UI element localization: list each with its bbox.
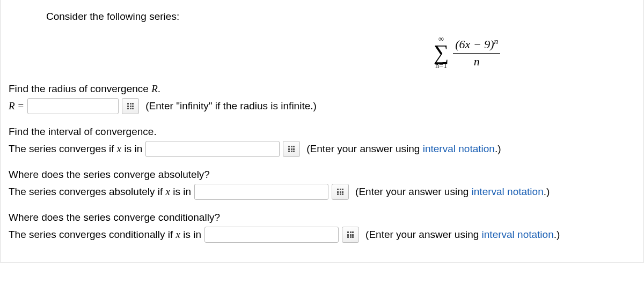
sigma-lower: n=1 — [435, 62, 447, 70]
q4-hint: (Enter your answer using interval notati… — [365, 229, 560, 241]
q3-label: The series converges absolutely if x is … — [9, 186, 191, 198]
keypad-button[interactable] — [283, 141, 300, 157]
q1-prompt: Find the radius of convergence R. — [9, 83, 160, 95]
fraction-denominator: n — [474, 54, 480, 69]
keypad-icon — [127, 103, 134, 109]
interval-input[interactable] — [145, 141, 280, 157]
q4-prompt: Where does the series converge condition… — [9, 212, 220, 223]
q1-hint: (Enter "infinity" if the radius is infin… — [145, 100, 317, 112]
question-conditional: Where does the series converge condition… — [9, 212, 635, 243]
q2-prompt: Find the interval of convergence. — [9, 126, 157, 138]
keypad-button[interactable] — [332, 184, 349, 200]
keypad-icon — [347, 231, 354, 238]
q3-hint: (Enter your answer using interval notati… — [355, 186, 550, 198]
interval-notation-link[interactable]: interval notation — [423, 143, 495, 154]
question-container: Consider the following series: ∞ ∑ n=1 (… — [0, 0, 644, 263]
q2-label: The series converges if x is in — [9, 143, 142, 155]
radius-input[interactable] — [27, 98, 119, 114]
keypad-icon — [337, 189, 343, 195]
intro-text: Consider the following series: — [46, 11, 635, 23]
series-formula: ∞ ∑ n=1 (6x − 9)n n — [298, 31, 635, 70]
interval-notation-link[interactable]: interval notation — [482, 229, 554, 240]
question-interval: Find the interval of convergence. The se… — [9, 126, 635, 157]
interval-notation-link[interactable]: interval notation — [472, 186, 544, 197]
fraction-numerator: (6x − 9)n — [453, 36, 500, 54]
question-absolute: Where does the series converge absolutel… — [9, 169, 635, 200]
q2-hint: (Enter your answer using interval notati… — [306, 143, 501, 155]
absolute-input[interactable] — [194, 184, 328, 200]
q1-lhs: R = — [9, 100, 24, 112]
q3-prompt: Where does the series converge absolutel… — [9, 169, 210, 181]
keypad-button[interactable] — [122, 98, 139, 114]
sigma-symbol: ∑ — [434, 43, 449, 62]
q4-label: The series converges conditionally if x … — [9, 229, 201, 241]
keypad-button[interactable] — [342, 227, 359, 243]
keypad-icon — [288, 146, 295, 152]
question-radius: Find the radius of convergence R. R = (E… — [9, 83, 635, 114]
conditional-input[interactable] — [204, 227, 339, 243]
